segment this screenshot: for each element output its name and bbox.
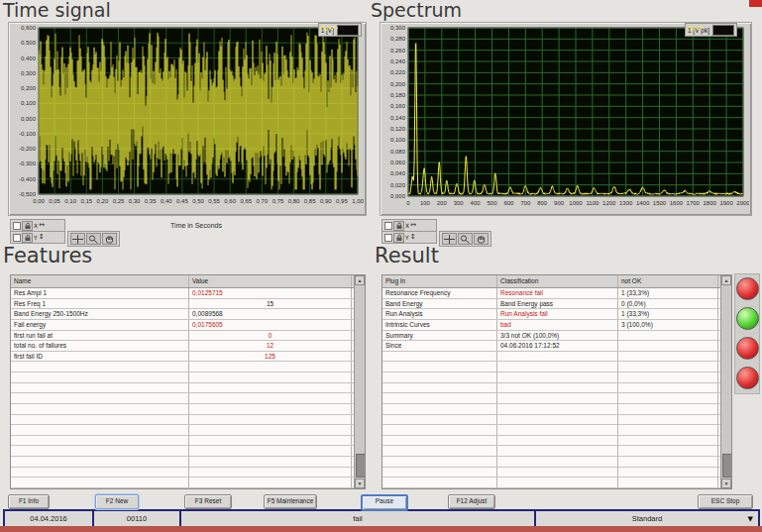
table-cell[interactable] — [497, 425, 618, 435]
table-cell[interactable] — [189, 478, 352, 487]
table-row[interactable]: Intrinsic Curvesbad3 (100,0%) — [382, 320, 731, 331]
table-row[interactable] — [11, 393, 365, 404]
table-cell[interactable] — [11, 457, 189, 467]
table-cell[interactable] — [497, 457, 618, 467]
scale-lock-checkbox[interactable] — [13, 234, 21, 242]
scale-lock-checkbox[interactable] — [384, 234, 392, 242]
table-cell[interactable] — [618, 362, 718, 372]
f3-reset-button[interactable]: F3 Reset — [184, 494, 232, 509]
f5-maintenance-button[interactable]: F5 Maintenance — [264, 494, 317, 509]
lock-icon[interactable] — [22, 221, 33, 231]
table-cell[interactable]: 0 (0,0%) — [618, 299, 718, 309]
table-cell[interactable]: Band Energy — [382, 299, 497, 309]
time-y-scale-legend[interactable]: Y↕ — [10, 231, 65, 244]
table-row[interactable] — [382, 404, 731, 415]
time-signal-plot-legend[interactable]: 1 [V] — [318, 23, 362, 37]
autoscale-icon[interactable]: ↕ — [410, 234, 416, 241]
table-cell[interactable] — [382, 478, 497, 487]
table-cell[interactable] — [382, 404, 497, 414]
table-cell[interactable] — [618, 425, 718, 435]
table-row[interactable]: Band Energy 250-1500Hz0,0089568 — [11, 309, 365, 320]
table-cell[interactable]: 15 — [189, 299, 352, 309]
spectrum-plot-legend[interactable]: 1 [V pk] — [685, 23, 737, 37]
table-row[interactable] — [11, 446, 365, 457]
table-cell[interactable] — [618, 478, 718, 487]
table-cell[interactable]: Band Energy pass — [497, 299, 618, 309]
table-cell[interactable]: first run fail at — [11, 331, 189, 341]
spectrum-plot-area[interactable]: 0100200300400500600700800900100011001200… — [381, 23, 749, 213]
table-cell[interactable] — [618, 393, 718, 403]
table-row[interactable]: first run fail at0 — [11, 331, 365, 342]
autoscale-icon[interactable]: ↕ — [39, 234, 45, 241]
table-cell[interactable] — [618, 446, 718, 456]
result-table[interactable]: Plug InClassificationnot OKResonance Fre… — [381, 274, 732, 489]
spectrum-graph-palette[interactable] — [439, 231, 491, 247]
table-cell[interactable] — [11, 415, 189, 425]
table-cell[interactable]: 125 — [189, 352, 352, 362]
table-cell[interactable] — [189, 446, 352, 456]
table-cell[interactable] — [189, 383, 352, 393]
table-row[interactable]: Since04.06.2016 17:12:52 — [382, 341, 731, 352]
table-cell[interactable] — [382, 436, 497, 446]
table-row[interactable] — [382, 468, 731, 479]
table-row[interactable] — [11, 372, 365, 383]
table-cell[interactable] — [618, 415, 718, 425]
esc-stop-button[interactable]: ESC Stop — [698, 494, 753, 509]
table-cell[interactable] — [497, 446, 618, 456]
table-cell[interactable] — [11, 425, 189, 435]
table-cell[interactable] — [497, 393, 618, 403]
table-cell[interactable] — [618, 404, 718, 414]
hand-icon[interactable] — [102, 233, 117, 245]
hand-icon[interactable] — [474, 233, 489, 245]
table-row[interactable] — [382, 446, 731, 457]
table-cell[interactable] — [497, 468, 618, 478]
table-row[interactable]: Summary3/3 not OK (100,0%) — [382, 331, 731, 342]
magnifier-icon[interactable] — [458, 233, 473, 245]
vertical-scrollbar[interactable]: ▲▼ — [354, 275, 365, 488]
table-cell[interactable] — [189, 468, 352, 478]
table-row[interactable] — [382, 457, 731, 468]
table-cell[interactable]: Run Analysis — [382, 309, 497, 319]
table-cell[interactable] — [11, 372, 189, 382]
table-row[interactable] — [382, 393, 731, 404]
table-cell[interactable] — [382, 383, 497, 393]
time-signal-plot-area[interactable]: 0,000,050,100,150,200,250,300,350,400,45… — [9, 23, 364, 213]
f2-new-button[interactable]: F2 New — [95, 494, 139, 509]
table-row[interactable] — [382, 478, 731, 488]
table-cell[interactable] — [618, 383, 718, 393]
table-cell[interactable] — [189, 415, 352, 425]
table-cell[interactable] — [382, 372, 497, 382]
autoscale-icon[interactable]: ↔ — [410, 222, 416, 229]
table-row[interactable]: Res Ampl 10,0125715 — [11, 288, 365, 299]
table-cell[interactable]: Res Freq 1 — [11, 299, 189, 309]
magnifier-icon[interactable] — [86, 233, 101, 245]
table-row[interactable] — [11, 468, 365, 479]
lock-icon[interactable] — [393, 221, 404, 231]
table-cell[interactable] — [11, 393, 189, 403]
table-cell[interactable] — [497, 372, 618, 382]
window-close-fragment[interactable] — [749, 0, 762, 7]
table-cell[interactable]: 0,0175605 — [189, 320, 352, 330]
column-header-classification[interactable]: Classification — [497, 275, 618, 287]
table-row[interactable] — [382, 352, 731, 363]
table-cell[interactable] — [11, 468, 189, 478]
table-row[interactable] — [11, 415, 365, 426]
scroll-down-button[interactable]: ▼ — [355, 479, 365, 488]
time-graph-palette[interactable] — [67, 231, 120, 247]
table-cell[interactable]: Resonance Frequency — [382, 288, 497, 298]
crosshair-icon[interactable] — [442, 233, 457, 245]
scroll-up-button[interactable]: ▲ — [721, 275, 731, 285]
scroll-thumb[interactable] — [722, 454, 732, 478]
table-cell[interactable]: Res Ampl 1 — [11, 288, 189, 298]
table-cell[interactable]: 0 — [189, 331, 352, 341]
table-cell[interactable] — [497, 352, 618, 362]
table-cell[interactable] — [11, 362, 189, 372]
table-cell[interactable]: 0,0125715 — [189, 288, 352, 298]
scroll-down-button[interactable]: ▼ — [721, 479, 731, 488]
scroll-thumb[interactable] — [356, 454, 366, 478]
table-cell[interactable] — [11, 446, 189, 456]
spectrum-y-scale-legend[interactable]: Y↕ — [381, 231, 437, 244]
column-header-name[interactable]: Name — [11, 275, 189, 287]
table-row[interactable] — [382, 436, 731, 447]
table-row[interactable]: first fail ID125 — [11, 352, 365, 363]
